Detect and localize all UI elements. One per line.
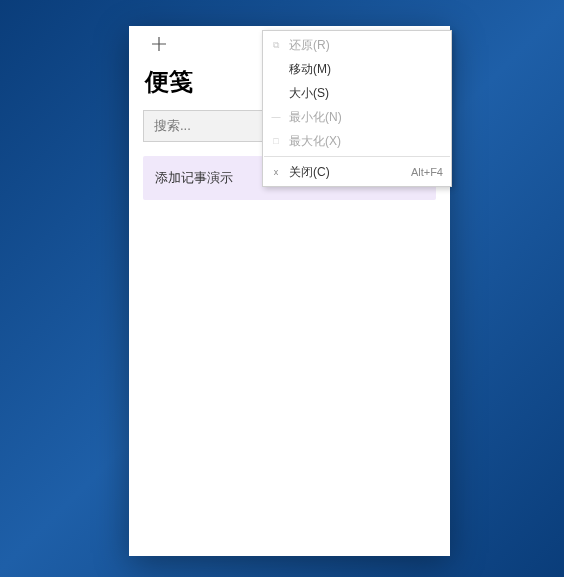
note-text: 添加记事演示 [155, 169, 233, 187]
menu-close[interactable]: x 关闭(C) Alt+F4 [263, 160, 451, 184]
minimize-icon: ― [263, 112, 289, 122]
titlebar-left [133, 26, 177, 62]
restore-icon: ⧉ [263, 40, 289, 51]
menu-minimize: ― 最小化(N) [263, 105, 451, 129]
menu-restore: ⧉ 还原(R) [263, 33, 451, 57]
maximize-icon: □ [263, 136, 289, 146]
menu-maximize: □ 最大化(X) [263, 129, 451, 153]
menu-separator [264, 156, 450, 157]
system-context-menu: ⧉ 还原(R) 移动(M) 大小(S) ― 最小化(N) □ 最大化(X) x … [262, 30, 452, 187]
search-placeholder: 搜索... [154, 117, 191, 135]
close-menu-icon: x [263, 167, 289, 177]
menu-close-shortcut: Alt+F4 [411, 166, 443, 178]
plus-icon [151, 36, 167, 52]
menu-size[interactable]: 大小(S) [263, 81, 451, 105]
menu-move[interactable]: 移动(M) [263, 57, 451, 81]
add-note-button[interactable] [141, 26, 177, 62]
